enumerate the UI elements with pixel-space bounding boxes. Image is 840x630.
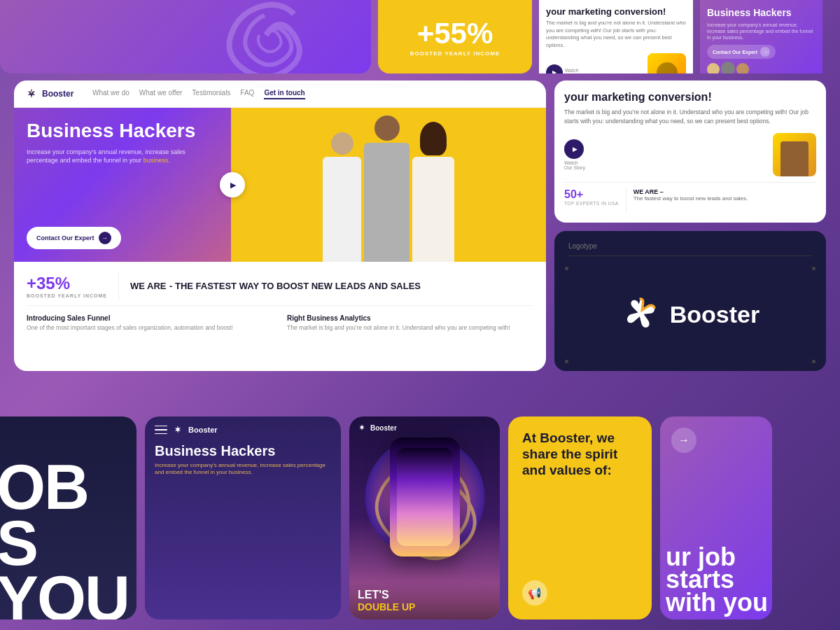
divider-v	[626, 188, 626, 213]
watch-label: WatchOur Story	[565, 68, 586, 74]
people-group	[316, 115, 461, 262]
website-navbar: Booster What we do What we offer Testimo…	[14, 80, 546, 108]
marketing-card-body: The market is big and you're not alone i…	[564, 108, 816, 126]
top-left-partial-card	[0, 0, 371, 74]
features-row: Introducing Sales Funnel One of the most…	[14, 306, 546, 342]
phone-spiral-card: Booster	[349, 416, 500, 620]
logotype-card: Logotype	[554, 231, 826, 371]
corner-dots-tl	[565, 267, 568, 270]
expert-stat: 50+ TOP EXPERTS IN USA	[564, 188, 619, 206]
we-are-card-title: WE ARE –	[634, 188, 748, 195]
person-1	[323, 132, 361, 262]
booster-logo-icon	[25, 88, 38, 100]
people-mini-group	[707, 62, 816, 74]
hero-section: Business Hackers Increase your company's…	[14, 108, 546, 262]
nav-logo-text: Booster	[42, 89, 74, 99]
nav-link-what-we-do[interactable]: What we do	[92, 89, 130, 99]
stat-percent-value: +35%	[27, 274, 107, 293]
watch-row: ▶ WatchOur Story	[564, 133, 816, 176]
card-divider	[564, 182, 816, 183]
contact-expert-main-btn[interactable]: Contact Our Expert →	[27, 227, 121, 249]
nav-link-testimonials[interactable]: Testimonials	[192, 89, 230, 99]
feature-2-title: Right Business Analytics	[287, 314, 533, 322]
corner-dots-tr	[812, 267, 816, 270]
contact-expert-btn-sm[interactable]: Contact Our Expert →	[707, 45, 776, 59]
marketing-card-title: your marketing conversion!	[564, 90, 816, 104]
stat-divider	[118, 272, 119, 300]
mobile-logo-text: Booster	[188, 426, 218, 434]
expert-number: 50+	[564, 188, 619, 201]
stat-percent-block: +35% BOOSTED YEARLY INCOME	[27, 274, 107, 298]
feature-1-title: Introducing Sales Funnel	[27, 314, 273, 322]
arrow-icon: →	[760, 47, 770, 57]
expert-stat-label: TOP EXPERTS IN USA	[564, 201, 619, 206]
we-are-card-desc: The fastest way to boost new leads and s…	[634, 195, 748, 202]
at-booster-text: At Booster, we share the spirit and valu…	[522, 430, 638, 478]
right-column: your marketing conversion! The market is…	[554, 80, 826, 371]
top-right-white-card: your marketing conversion! The market is…	[539, 0, 693, 74]
phone-card-bottom-text: LET'S DOUBLE UP	[349, 582, 500, 620]
fastest-way-label: - THE FASTEST WAY TO BOOST NEW LEADS AND…	[169, 281, 421, 291]
top-right-purple-card: Business Hackers Increase your company's…	[700, 0, 822, 74]
booster-logo-large-icon	[621, 295, 660, 335]
mobile-title: Business Hackers	[155, 443, 331, 458]
corner-dots-br	[812, 360, 816, 363]
feature-1-desc: One of the most important stages of sale…	[27, 324, 273, 332]
nav-link-contact[interactable]: Get in touch	[264, 89, 304, 99]
bottom-row: OBSYOU Booster Business Hackers In	[0, 416, 840, 620]
megaphone-icon: 📢	[522, 580, 547, 606]
mobile-app-card: Booster Business Hackers Increase your c…	[145, 416, 341, 620]
top-income-label: BOOSTED YEARLY INCOME	[410, 50, 500, 57]
play-icon-card: ▶	[573, 146, 578, 153]
hero-subtitle: Increase your company's annual revenue, …	[27, 148, 218, 165]
logotype-label: Logotype	[568, 242, 812, 256]
watch-thumbnail	[648, 53, 686, 74]
feature-2-desc: The market is big and you're not alone i…	[287, 324, 533, 332]
yellow-booster-card: At Booster, we share the spirit and valu…	[508, 416, 652, 620]
hamburger-icon[interactable]	[155, 426, 167, 435]
mobile-subtitle: Increase your company's annual revenue, …	[155, 462, 331, 477]
top-purple-title: Business Hackers	[707, 7, 816, 19]
watch-play-btn[interactable]: ▶	[546, 64, 563, 74]
ur-job-card: → ur jobstartswith you	[660, 416, 772, 620]
contact-arrow-icon: →	[99, 232, 111, 244]
double-text: DOUBLE UP	[358, 601, 491, 612]
person-3	[412, 122, 454, 262]
mobile-body: Business Hackers Increase your company's…	[145, 443, 341, 477]
top-percent-value: +55%	[417, 17, 493, 50]
hero-title: Business Hackers	[27, 120, 218, 142]
logo-display: Booster	[568, 270, 812, 360]
logo-name-text: Booster	[670, 301, 760, 328]
hero-play-btn[interactable]: ▶	[220, 172, 245, 197]
expert-row: 50+ TOP EXPERTS IN USA WE ARE – The fast…	[564, 188, 816, 213]
lets-text: LET'S	[358, 589, 491, 601]
nav-logo: Booster	[25, 88, 81, 100]
watch-photo	[773, 133, 816, 176]
stats-row: +35% BOOSTED YEARLY INCOME WE ARE - THE …	[14, 262, 546, 305]
stat-income-label: BOOSTED YEARLY INCOME	[27, 293, 107, 298]
corner-dots-bl	[565, 360, 568, 363]
watch-play-btn-card[interactable]: ▶	[564, 139, 584, 159]
nav-link-offer[interactable]: What we offer	[139, 89, 183, 99]
nav-links: What we do What we offer Testimonials FA…	[92, 89, 305, 99]
top-marketing-title: your marketing conversion!	[546, 7, 686, 17]
mobile-logo-icon	[173, 425, 183, 435]
top-marketing-desc: The market is big and you're not alone i…	[546, 20, 686, 49]
feature-1: Introducing Sales Funnel One of the most…	[27, 314, 273, 332]
arrow-forward-icon: →	[671, 428, 696, 453]
feature-2: Right Business Analytics The market is b…	[287, 314, 533, 332]
ob-large-text: OBSYOU	[0, 460, 129, 620]
top-center-stats-card: +55% BOOSTED YEARLY INCOME	[378, 0, 532, 74]
nav-link-faq[interactable]: FAQ	[240, 89, 254, 99]
hero-right-panel	[231, 108, 546, 262]
ob-s-you-card: OBSYOU	[0, 416, 136, 620]
hero-left-panel: Business Hackers Increase your company's…	[14, 108, 231, 262]
top-purple-desc: Increase your company's annual revenue, …	[707, 22, 816, 41]
watch-story-label: WatchOur Story	[564, 160, 585, 170]
person-2	[364, 115, 410, 262]
we-are-label: WE ARE	[130, 281, 167, 291]
we-are-tagline-block: WE ARE - THE FASTEST WAY TO BOOST NEW LE…	[130, 279, 421, 292]
main-website-card: Booster What we do What we offer Testimo…	[14, 80, 546, 371]
ur-job-text: ur jobstartswith you	[666, 546, 768, 614]
we-are-card: WE ARE – The fastest way to boost new le…	[634, 188, 748, 202]
